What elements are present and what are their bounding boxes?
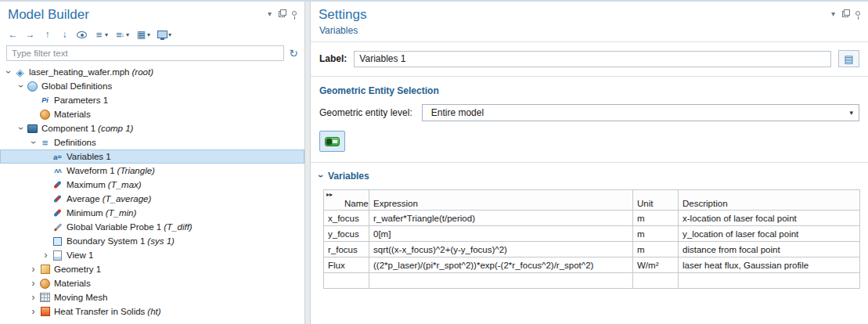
rename-button[interactable]: ▤	[838, 50, 859, 67]
selection-active-toggle-button[interactable]	[319, 131, 345, 152]
variable-row-flux: Flux((2*p_laser)/(pi*r_spot^2))*exp(-(2*…	[324, 257, 860, 273]
model-builder-window-controls: ▾	[268, 10, 297, 18]
collapse-icon[interactable]: ›	[16, 124, 26, 134]
tree-item-materials[interactable]: Materials	[0, 107, 304, 121]
tree-item-label: Materials	[54, 110, 91, 119]
tree-item-suffix: (ht)	[147, 307, 160, 316]
tree-item-minimum[interactable]: Minimum(T_min)	[0, 206, 304, 220]
tree-item-view-1[interactable]: ›View 1	[0, 248, 304, 262]
show-button[interactable]	[75, 31, 88, 39]
refresh-icon[interactable]: ↻	[289, 48, 298, 59]
variable-row-x_focus: x_focusr_wafer*Triangle(t/period)mx-loca…	[324, 211, 860, 226]
variables-table: ▸▸NameExpressionUnitDescription x_focusr…	[323, 189, 860, 289]
tree-item-laser-heating-wafer-mph[interactable]: ›laser_heating_wafer.mph(root)	[0, 65, 304, 79]
selection-active-row	[311, 128, 868, 162]
variable-row-r_focus: r_focussqrt((x-x_focus)^2+(y-y_focus)^2)…	[324, 242, 860, 257]
back-button[interactable]	[6, 29, 20, 41]
move-down-button[interactable]	[58, 29, 71, 41]
tree-item-materials[interactable]: ›Materials	[0, 276, 304, 290]
collapse-icon[interactable]: ›	[29, 138, 38, 148]
variables-section-title: Variables	[328, 171, 369, 182]
expand-icon[interactable]: ›	[28, 279, 38, 288]
unit-cell[interactable]: W/m²	[633, 257, 679, 273]
collapse-icon: ›	[316, 175, 326, 178]
tree-item-moving-mesh[interactable]: ›Moving Mesh	[0, 290, 304, 304]
expand-icon[interactable]: ›	[28, 307, 38, 316]
tree-item-global-variable-probe-1[interactable]: Global Variable Probe 1(T_diff)	[0, 220, 304, 234]
tree-item-maximum[interactable]: Maximum(T_max)	[0, 178, 304, 192]
list-icon	[94, 30, 104, 40]
tree-item-heat-transfer-in-solids[interactable]: ›Heat Transfer in Solids(ht)	[0, 304, 304, 319]
arrow-right-icon	[25, 30, 35, 40]
name-cell[interactable]: Flux	[324, 257, 369, 273]
sort-button[interactable]: ▾	[113, 29, 131, 41]
geometric-entity-level-select[interactable]: Entire model ▾	[422, 104, 859, 121]
tree-item-suffix: (T_diff)	[164, 222, 192, 232]
go-to-window-button[interactable]: ▾	[156, 31, 173, 39]
panel-menu-chevron-icon[interactable]: ▾	[831, 10, 835, 18]
form-icon: ▤	[844, 53, 853, 65]
variables-icon	[51, 151, 64, 162]
description-cell[interactable]: x-location of laser focal point	[679, 211, 860, 226]
tree-item-component-1[interactable]: ›Component 1(comp 1)	[0, 121, 304, 135]
tree-item-suffix: (Triangle)	[117, 166, 155, 175]
expand-icon[interactable]: ›	[41, 250, 51, 260]
tree-item-boundary-system-1[interactable]: Boundary System 1(sys 1)	[0, 234, 304, 248]
settings-window-controls: ▾	[831, 10, 860, 18]
expression-cell[interactable]: ((2*p_laser)/(pi*r_spot^2))*exp(-(2*r_fo…	[369, 257, 633, 273]
unit-cell[interactable]: m	[633, 242, 679, 257]
empty-cell[interactable]	[369, 273, 633, 289]
geometric-entity-level-label: Geometric entity level:	[319, 107, 412, 118]
description-cell[interactable]: distance from focal point	[679, 242, 860, 257]
description-cell[interactable]: laser heat flux, Gaussian profile	[679, 257, 860, 273]
collapse-icon[interactable]: ›	[4, 67, 13, 77]
float-window-icon[interactable]	[279, 11, 285, 17]
name-cell[interactable]: x_focus	[324, 211, 369, 226]
collapse-icon[interactable]: ›	[16, 81, 26, 92]
tree-item-definitions[interactable]: ›Definitions	[0, 135, 304, 149]
unit-cell[interactable]: m	[633, 226, 679, 242]
arrow-down-icon	[59, 30, 70, 40]
unit-cell[interactable]: m	[633, 211, 679, 226]
tree-item-parameters-1[interactable]: Parameters 1	[0, 93, 304, 107]
filter-input[interactable]	[6, 45, 284, 61]
empty-cell[interactable]	[679, 273, 860, 289]
expand-icon[interactable]: ›	[28, 265, 38, 274]
filter-row: ↻	[0, 45, 304, 64]
tree-item-suffix: (T_average)	[103, 194, 152, 203]
tree-item-variables-1[interactable]: Variables 1	[0, 149, 304, 164]
forward-button[interactable]	[23, 29, 37, 41]
expression-cell[interactable]: 0[m]	[369, 226, 633, 242]
comsol-window: Model Builder ▾ ▾▾▾▾ ↻ ›laser_heating_wa…	[0, 0, 868, 324]
tree-item-geometry-1[interactable]: ›Geometry 1	[0, 262, 304, 276]
label-input[interactable]	[354, 51, 831, 67]
move-up-button[interactable]	[41, 29, 54, 41]
geometric-entity-level-row: Geometric entity level: Entire model ▾	[311, 103, 868, 128]
name-cell[interactable]: y_focus	[324, 226, 369, 242]
name-cell[interactable]: r_focus	[324, 242, 369, 257]
tree-item-average[interactable]: Average(T_average)	[0, 192, 304, 206]
float-window-icon[interactable]	[842, 11, 848, 17]
collapse-expand-button[interactable]: ▾	[92, 29, 110, 41]
probe-icon	[51, 221, 64, 232]
empty-cell[interactable]	[633, 273, 679, 289]
expression-cell[interactable]: sqrt((x-x_focus)^2+(y-y_focus)^2)	[369, 242, 633, 257]
panel-menu-chevron-icon[interactable]: ▾	[268, 10, 272, 18]
node-text-button[interactable]: ▾	[135, 29, 152, 41]
dropdown-caret-icon: ▾	[126, 31, 129, 38]
tree-item-label: Minimum	[67, 208, 103, 218]
empty-cell[interactable]	[324, 273, 369, 289]
description-cell[interactable]: y_location of laser focal point	[679, 226, 860, 242]
expression-cell[interactable]: r_wafer*Triangle(t/period)	[369, 211, 633, 226]
variables-section-header[interactable]: › Variables	[311, 163, 868, 188]
root-icon	[13, 67, 27, 77]
empty-variable-row	[324, 273, 860, 289]
list-down-icon	[115, 30, 125, 40]
tree-item-global-definitions[interactable]: ›Global Definitions	[0, 79, 304, 93]
label-row: Label: ▤	[311, 42, 868, 76]
monitor-icon	[157, 31, 167, 38]
pin-icon[interactable]	[292, 11, 297, 16]
pin-icon[interactable]	[855, 11, 860, 16]
tree-item-waveform-1[interactable]: Waveform 1(Triangle)	[0, 164, 304, 178]
expand-icon[interactable]: ›	[28, 293, 38, 302]
